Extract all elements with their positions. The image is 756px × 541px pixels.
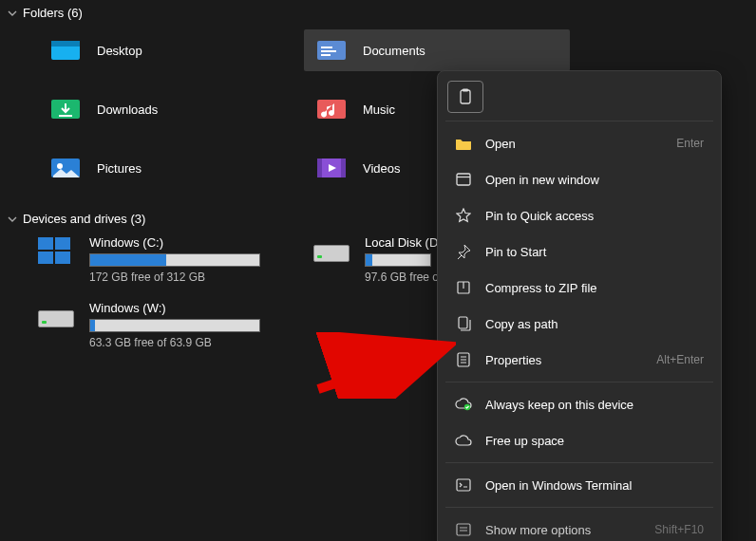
- zip-icon: [455, 279, 472, 296]
- ctx-shortcut: Shift+F10: [654, 523, 704, 536]
- ctx-open-terminal[interactable]: Open in Windows Terminal: [444, 467, 715, 503]
- ctx-free-up-space[interactable]: Free up space: [444, 422, 715, 458]
- ctx-pin-quick-access[interactable]: Pin to Quick access: [444, 197, 715, 233]
- chevron-down-icon: [8, 215, 17, 224]
- videos-icon: [315, 155, 348, 181]
- folders-title: Folders (6): [23, 6, 83, 20]
- context-menu: Open Enter Open in new window Pin to Qui…: [437, 70, 722, 541]
- folder-label: Desktop: [97, 44, 142, 58]
- folder-desktop[interactable]: Desktop: [38, 29, 304, 71]
- svg-rect-1: [51, 41, 80, 47]
- ctx-label: Copy as path: [485, 317, 704, 331]
- ctx-open[interactable]: Open Enter: [444, 125, 715, 161]
- svg-rect-14: [461, 90, 470, 103]
- svg-rect-4: [321, 50, 336, 52]
- ctx-copy-as-path[interactable]: Copy as path: [444, 306, 715, 342]
- desktop-icon: [49, 37, 82, 64]
- clipboard-icon: [457, 88, 474, 105]
- copy-path-icon: [455, 315, 472, 332]
- cloud-icon: [455, 432, 472, 449]
- svg-point-10: [57, 163, 63, 169]
- drive-label: Windows (W:): [89, 301, 260, 315]
- separator: [445, 382, 713, 382]
- documents-icon: [315, 37, 348, 64]
- ctx-label: Show more options: [485, 523, 641, 537]
- ctx-label: Properties: [485, 353, 643, 367]
- ctx-label: Pin to Quick access: [485, 209, 704, 223]
- svg-line-30: [318, 351, 432, 389]
- folder-downloads[interactable]: Downloads: [38, 88, 304, 130]
- folder-label: Music: [363, 103, 395, 117]
- ctx-shortcut: Alt+Enter: [656, 353, 704, 366]
- separator: [445, 462, 713, 463]
- folder-label: Pictures: [97, 161, 142, 176]
- drives-title: Devices and drives (3): [23, 212, 145, 226]
- windows-drive-icon: [38, 237, 74, 264]
- ctx-properties[interactable]: Properties Alt+Enter: [444, 342, 715, 378]
- ctx-label: Open in new window: [485, 173, 704, 187]
- cloud-check-icon: [455, 396, 472, 413]
- drive-usage-bar: [89, 319, 260, 332]
- svg-rect-26: [457, 479, 470, 491]
- folder-documents[interactable]: Documents: [304, 29, 570, 71]
- folders-header[interactable]: Folders (6): [0, 0, 756, 26]
- properties-icon: [455, 351, 472, 368]
- star-icon: [455, 207, 472, 224]
- drive-free-text: 172 GB free of 312 GB: [89, 270, 260, 284]
- ctx-always-keep[interactable]: Always keep on this device: [444, 386, 715, 422]
- svg-rect-3: [321, 47, 332, 48]
- svg-rect-27: [457, 524, 470, 535]
- disk-drive-icon: [38, 303, 74, 329]
- folder-open-icon: [455, 135, 472, 152]
- context-menu-toolbar: [444, 77, 715, 117]
- folder-pictures[interactable]: Pictures: [38, 147, 304, 189]
- pictures-icon: [49, 155, 82, 181]
- drive-usage-bar: [89, 253, 260, 267]
- ctx-label: Pin to Start: [485, 245, 704, 259]
- pin-icon: [455, 243, 472, 260]
- ctx-label: Always keep on this device: [485, 398, 704, 412]
- svg-rect-7: [59, 115, 72, 117]
- svg-rect-15: [463, 89, 468, 92]
- music-icon: [315, 96, 348, 122]
- window-icon: [455, 171, 472, 188]
- ctx-label: Free up space: [485, 434, 704, 448]
- svg-rect-20: [459, 317, 467, 328]
- chevron-down-icon: [8, 9, 17, 18]
- ctx-pin-start[interactable]: Pin to Start: [444, 233, 715, 270]
- drive-c[interactable]: Windows (C:) 172 GB free of 312 GB: [38, 235, 304, 284]
- ctx-label: Compress to ZIP file: [485, 281, 704, 295]
- ctx-label: Open in Windows Terminal: [485, 478, 704, 493]
- paste-button[interactable]: [447, 81, 483, 113]
- folder-label: Documents: [363, 44, 425, 58]
- folder-label: Videos: [363, 161, 401, 176]
- folder-label: Downloads: [97, 103, 158, 117]
- svg-rect-16: [457, 174, 470, 185]
- terminal-icon: [455, 476, 472, 494]
- svg-rect-13: [341, 159, 346, 177]
- ctx-compress-zip[interactable]: Compress to ZIP file: [444, 270, 715, 306]
- ctx-shortcut: Enter: [676, 137, 704, 150]
- separator: [445, 121, 713, 121]
- downloads-icon: [49, 96, 82, 122]
- drive-w[interactable]: Windows (W:) 63.3 GB free of 63.9 GB: [38, 301, 304, 349]
- more-icon: [455, 521, 472, 538]
- svg-rect-12: [317, 159, 322, 177]
- ctx-open-new-window[interactable]: Open in new window: [444, 161, 715, 197]
- separator: [445, 507, 713, 508]
- drive-usage-bar: [365, 253, 431, 267]
- disk-drive-icon: [313, 237, 350, 264]
- svg-rect-5: [321, 54, 331, 56]
- drive-free-text: 63.3 GB free of 63.9 GB: [89, 336, 260, 349]
- ctx-show-more-options[interactable]: Show more options Shift+F10: [444, 512, 715, 541]
- drive-label: Windows (C:): [89, 235, 260, 250]
- ctx-label: Open: [485, 137, 663, 151]
